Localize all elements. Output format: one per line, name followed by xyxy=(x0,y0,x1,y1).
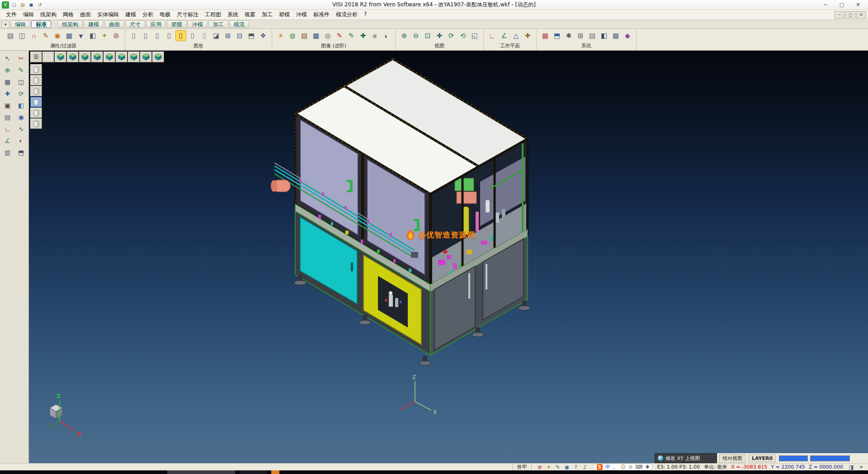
workplane-align-icon[interactable]: ∠ xyxy=(499,30,509,41)
view-right-button[interactable] xyxy=(116,52,127,62)
workflow-tab[interactable]: 曲面 xyxy=(104,20,124,28)
reset-filter-icon[interactable]: ⊘ xyxy=(111,30,122,41)
workflow-tab[interactable]: 塑膜 xyxy=(167,20,187,28)
view-back-button[interactable] xyxy=(91,52,103,62)
indicator-bar-2[interactable] xyxy=(810,455,850,461)
shaded-view-icon[interactable]: ▯ xyxy=(152,30,163,41)
shade-status-icon[interactable]: ◉ xyxy=(563,464,571,470)
menu-item[interactable]: 电极 xyxy=(156,10,174,19)
database-icon[interactable]: ▤ xyxy=(587,30,598,41)
menu-item[interactable]: 系统 xyxy=(224,10,241,19)
highlight-filter-icon[interactable]: ✦ xyxy=(99,30,110,41)
workflow-tab[interactable]: 标准 xyxy=(31,20,51,28)
workflow-tab[interactable]: 尺寸 xyxy=(125,20,145,28)
tray-icon-2[interactable]: ✦ xyxy=(857,464,865,470)
mass-props-icon[interactable]: ⊟ xyxy=(234,30,245,41)
menu-item[interactable]: 编辑 xyxy=(20,10,37,19)
mask-hidden-button[interactable] xyxy=(30,118,42,129)
mirror-icon[interactable]: ◫ xyxy=(15,76,27,87)
child-minimize-button[interactable]: ─ xyxy=(835,11,844,19)
help-status-icon[interactable]: ? xyxy=(572,464,580,470)
ime-keyboard-icon[interactable]: ⌨ xyxy=(635,464,642,470)
grid-snap-icon[interactable]: ▦ xyxy=(1,76,14,87)
print-icon[interactable]: ▤ xyxy=(5,30,16,41)
mask-wireframe-button[interactable] xyxy=(30,97,42,107)
dynamic-shade-icon[interactable]: ▯ xyxy=(175,30,186,41)
workflow-tab[interactable]: 应用 xyxy=(146,20,166,28)
sketch-icon[interactable]: ✎ xyxy=(15,65,27,76)
workplane-icon[interactable]: ∠ xyxy=(1,135,14,146)
monitor-icon[interactable]: ⬒ xyxy=(552,30,562,41)
view-iso-custom-button[interactable] xyxy=(152,52,164,62)
osnap-status-icon[interactable]: ✦ xyxy=(545,464,553,470)
analyze-curve-icon[interactable]: ∿ xyxy=(15,123,27,134)
close-button[interactable]: ✕ xyxy=(850,0,866,9)
solids-icon[interactable]: ▣ xyxy=(1,100,14,111)
viewport-3d[interactable]: Z X Z X ☰ xyxy=(29,51,868,463)
section-view-icon[interactable]: ◪ xyxy=(211,30,222,41)
menu-item[interactable]: 工程图 xyxy=(202,10,224,19)
restore-button[interactable]: ▢ xyxy=(834,0,850,9)
view-menu-button[interactable]: ☰ xyxy=(30,52,42,62)
view-top-button[interactable] xyxy=(55,52,66,62)
visi-logo[interactable]: V xyxy=(2,1,9,9)
mask-all-button[interactable] xyxy=(30,64,42,75)
ime-lang-indicator[interactable]: 中 xyxy=(605,464,610,470)
workplane-xy-icon[interactable]: ∟ xyxy=(487,30,498,41)
move-icon[interactable]: ✚ xyxy=(1,88,14,99)
ime-punct-icon[interactable]: 。 xyxy=(613,464,618,470)
snapshot-icon[interactable]: ◎ xyxy=(322,30,333,41)
new-doc-icon[interactable]: ▢ xyxy=(10,1,18,9)
texture-icon[interactable]: ▨ xyxy=(299,30,310,41)
zoom-window-icon[interactable]: ⊕ xyxy=(1,65,14,76)
transparent-view-icon[interactable]: ▯ xyxy=(187,30,198,41)
select-arrow-icon[interactable]: ↖ xyxy=(1,53,14,64)
menu-item[interactable]: 线架构 xyxy=(37,10,60,19)
ime-emoji-icon[interactable]: ☺ xyxy=(621,464,626,470)
menu-item[interactable]: 标准件 xyxy=(310,10,333,19)
menu-item[interactable]: 尺寸标注 xyxy=(174,10,202,19)
open-file-icon[interactable]: ▤ xyxy=(19,1,26,9)
menu-item[interactable]: 冲模 xyxy=(293,10,310,19)
workflow-tab[interactable]: 加工 xyxy=(208,20,228,28)
active-layer-button[interactable]: LAYER0 xyxy=(749,455,776,462)
indicator-bar-1[interactable] xyxy=(779,455,808,461)
menu-item[interactable]: 曲面 xyxy=(77,10,94,19)
mask-points-button[interactable] xyxy=(30,108,42,118)
ime-logo[interactable]: S xyxy=(597,464,603,470)
view-hint-chip[interactable]: 修改 XY 上视图 xyxy=(655,453,717,463)
tray-icon-1[interactable]: ◨ xyxy=(847,464,855,470)
hidden-line-icon[interactable]: ▯ xyxy=(140,30,151,41)
report-icon[interactable]: ▥ xyxy=(1,147,14,158)
workflow-tab[interactable]: 模流 xyxy=(229,20,249,28)
taskbar-strip[interactable] xyxy=(0,470,868,474)
workplane-3pt-icon[interactable]: △ xyxy=(510,30,521,41)
render-settings-icon[interactable]: ❖ xyxy=(258,30,269,41)
previous-view-icon[interactable]: ⟲ xyxy=(458,30,468,41)
view-manager-icon[interactable]: ◱ xyxy=(469,30,480,41)
selection-mask-icon[interactable]: ◧ xyxy=(87,30,98,41)
sound-status-icon[interactable]: ♪ xyxy=(581,464,589,470)
menu-item[interactable]: 视窗 xyxy=(241,10,259,19)
workplane-reset-icon[interactable]: ✚ xyxy=(522,30,533,41)
measure-image-icon[interactable]: # xyxy=(369,30,380,41)
workflow-tab[interactable]: 编辑 xyxy=(10,20,30,28)
element-filter-icon[interactable]: ▼ xyxy=(75,30,86,41)
compare-image-icon[interactable]: ◐ xyxy=(381,30,392,41)
mask-solids-button[interactable] xyxy=(30,75,42,85)
pen-style-icon[interactable]: ✎ xyxy=(554,464,562,470)
print-view-icon[interactable]: ⬒ xyxy=(15,147,27,158)
layer-filter-icon[interactable]: ▦ xyxy=(64,30,75,41)
tab-dropdown-button[interactable]: ▾ xyxy=(1,21,9,28)
child-close-button[interactable]: ✕ xyxy=(856,11,866,19)
light-icon[interactable]: ☀ xyxy=(275,30,286,41)
print-preview-icon[interactable]: ◫ xyxy=(17,30,28,41)
colors-icon[interactable]: ◐ xyxy=(15,135,27,146)
machine-3d-model[interactable]: Z X Z X xyxy=(29,51,868,463)
undo-icon[interactable]: ↺ xyxy=(36,1,43,9)
zoom-in-icon[interactable]: ⊕ xyxy=(399,30,410,41)
view-bottom-button[interactable] xyxy=(67,52,79,62)
workflow-tab[interactable]: 建模 xyxy=(84,20,104,28)
lock-toggle[interactable]: 拴牢 xyxy=(513,464,532,470)
rotate-icon[interactable]: ⟳ xyxy=(15,88,27,99)
